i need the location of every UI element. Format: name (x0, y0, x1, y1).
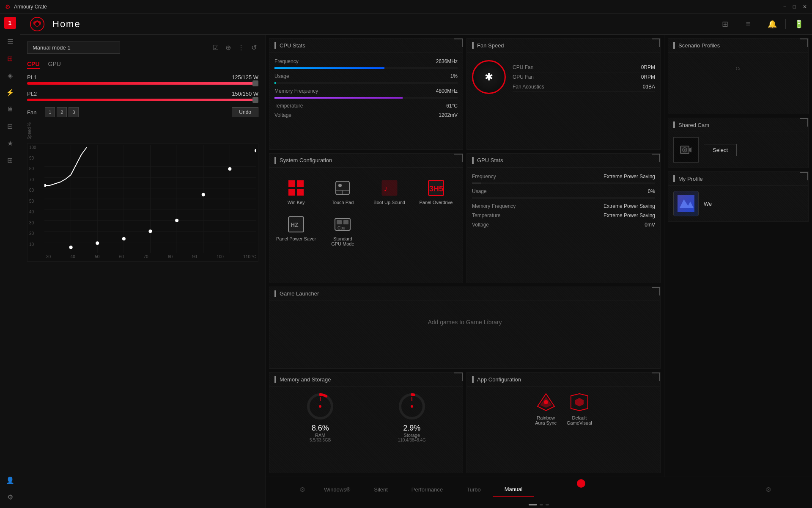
select-button[interactable]: Select (704, 144, 737, 156)
cpu-temp-value: 61°C (446, 103, 458, 109)
sidebar-icon-settings2[interactable]: ◈ (3, 68, 18, 83)
bottom-settings-icon[interactable]: ⚙ (765, 486, 771, 494)
bottom-gear-icon[interactable]: ⚙ (299, 486, 305, 494)
checkbox-btn[interactable]: ☑ (211, 42, 220, 53)
more-btn[interactable]: ⋮ (236, 42, 246, 53)
cpu-stats-panel: CPU Stats Frequency 2636MHz Usage (269, 38, 463, 150)
sidebar-num[interactable]: 1 (4, 17, 16, 29)
cpu-fan-label: CPU Fan (513, 64, 533, 70)
close-button[interactable]: ✕ (803, 4, 807, 10)
copy-btn[interactable]: ⊕ (224, 42, 233, 53)
mode-tab-manual[interactable]: Manual (493, 483, 535, 497)
dot-1 (540, 504, 543, 505)
cam-preview (673, 137, 699, 163)
game-launcher-body[interactable]: Add games to Game Library (269, 301, 660, 343)
panel-overdrive-label: Panel Overdrive (419, 200, 453, 205)
svg-rect-28 (288, 189, 295, 196)
memory-storage-panel: Memory and Storage (269, 372, 463, 473)
sidebar-icon-user[interactable]: 👤 (3, 472, 18, 488)
my-profile-title: My Profile (678, 176, 703, 182)
sidebar-icon-star[interactable]: ★ (3, 135, 18, 151)
refresh-btn[interactable]: ↺ (250, 42, 258, 53)
app-config-panel: App Configuration (466, 372, 661, 473)
config-gpu-mode[interactable]: Cpu StandardGPU Mode (321, 212, 364, 250)
bottom-dots (266, 502, 812, 508)
my-profile-body: We (668, 186, 808, 221)
svg-point-23 (202, 193, 205, 196)
sidebar-icon-menu[interactable]: ☰ (3, 34, 18, 49)
pl2-label: PL2 (27, 91, 37, 97)
battery-icon[interactable]: 🔋 (794, 19, 804, 29)
mode-tab-turbo[interactable]: Turbo (455, 483, 492, 496)
fan-btn-1[interactable]: 1 (45, 107, 55, 117)
svg-rect-42 (343, 220, 348, 224)
gpu-stats-panel: GPU Stats Frequency Extreme Power Saving… (466, 153, 661, 283)
tab-gpu[interactable]: GPU (48, 61, 61, 69)
gpu-fan-label: GPU Fan (513, 74, 534, 80)
mode-tab-performance[interactable]: Performance (400, 483, 455, 496)
sidebar-icon-sliders[interactable]: ⊟ (3, 119, 18, 134)
profile-avatar (673, 191, 699, 216)
svg-text:3H5: 3H5 (429, 185, 443, 193)
fan-label: Fan (27, 109, 36, 116)
tab-cpu[interactable]: CPU (27, 61, 40, 69)
pl2-value: 150/150 W (232, 91, 258, 97)
cpu-freq-label: Frequency (274, 58, 299, 64)
sys-config-title: System Configuration (280, 157, 332, 163)
mode-row: Manual mode 1 ☑ ⊕ ⋮ ↺ (27, 41, 258, 54)
config-boot-sound[interactable]: ♪ Boot Up Sound (368, 175, 411, 208)
profile-name: We (704, 201, 712, 207)
sound-icon: ♪ (380, 179, 399, 197)
equalizer-icon[interactable]: ≡ (746, 19, 750, 28)
minimize-button[interactable]: − (783, 4, 786, 10)
config-panel-saver[interactable]: HZ Panel Power Saver (274, 212, 318, 250)
fan-dial-icon: ✱ (485, 71, 493, 83)
bell-icon[interactable]: 🔔 (768, 19, 777, 29)
mode-tab-windows[interactable]: Windows® (312, 483, 362, 496)
storage-percent: 2.9% (398, 424, 426, 433)
sidebar-icon-grid[interactable]: ⊞ (3, 152, 18, 168)
pl2-slider[interactable] (27, 99, 258, 101)
header-divider-2 (759, 19, 759, 29)
sidebar-icon-home[interactable]: ⊞ (3, 51, 18, 66)
sidebar-icon-monitor[interactable]: 🖥 (3, 102, 18, 117)
gamevisual-item[interactable]: DefaultGameVisual (567, 392, 592, 425)
svg-point-24 (228, 167, 231, 170)
left-panel: Manual mode 1 ☑ ⊕ ⋮ ↺ CPU GPU (20, 35, 266, 508)
pl1-slider[interactable] (27, 82, 258, 85)
gpu-usage-label: Usage (472, 188, 487, 194)
mode-dropdown[interactable]: Manual mode 1 (27, 41, 120, 54)
saver-icon: HZ (287, 215, 305, 234)
mode-tab-silent[interactable]: Silent (362, 483, 400, 496)
sidebar-icon-gear[interactable]: ⚙ (3, 489, 18, 505)
ram-gauge (305, 392, 335, 421)
win-key-label: Win Key (288, 200, 305, 205)
app-config-title: App Configuration (477, 376, 521, 383)
header-divider-3 (785, 19, 786, 29)
config-win-key[interactable]: Win Key (274, 175, 318, 208)
shared-cam-title: Shared Cam (678, 122, 709, 128)
gpu-stats-title: GPU Stats (477, 157, 503, 163)
undo-button[interactable]: Undo (232, 107, 258, 117)
aura-sync-item[interactable]: RainbowAura Sync (535, 392, 557, 425)
cpu-mem-freq-value: 4800MHz (436, 88, 458, 94)
storage-gauge-container: 2.9% Storage 110.4/3848.4G (397, 392, 427, 442)
fan-chart[interactable]: 100 90 80 70 60 50 40 30 20 10 (27, 143, 258, 262)
header: Home ⊞ ≡ 🔔 🔋 (20, 14, 812, 35)
gpu-freq-label: Frequency (472, 174, 496, 179)
sidebar-icon-lightning[interactable]: ⚡ (3, 85, 18, 100)
config-touch-pad[interactable]: Touch Pad (321, 175, 364, 208)
aura-icon (535, 392, 557, 413)
add-games-text: Add games to Game Library (428, 319, 502, 326)
config-panel-overdrive[interactable]: 3H5 Panel Overdrive (414, 175, 458, 208)
svg-point-54 (544, 400, 548, 404)
fan-btn-2[interactable]: 2 (57, 107, 67, 117)
mem-storage-body: 8.6% RAM 5.5/63.6GB (269, 387, 463, 447)
mem-storage-title: Memory and Storage (280, 376, 331, 383)
grid-icon[interactable]: ⊞ (722, 19, 728, 29)
fan-btn-3[interactable]: 3 (69, 107, 79, 117)
svg-text:♪: ♪ (384, 184, 388, 193)
restore-button[interactable]: □ (793, 4, 796, 10)
scenario-profiles-body: Cr (668, 52, 808, 85)
svg-point-20 (122, 237, 126, 240)
